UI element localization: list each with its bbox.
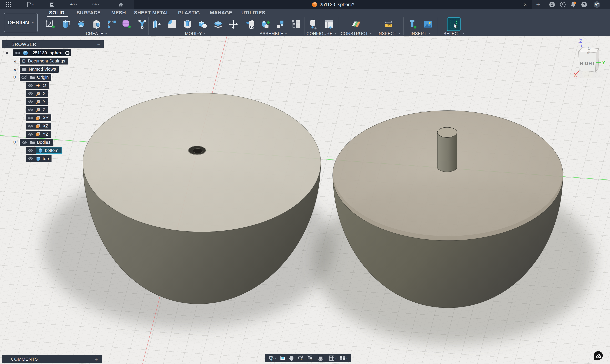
browser-item-bodies[interactable]: »Bodies xyxy=(0,139,53,146)
browser-item-label[interactable]: Bodies xyxy=(37,140,51,145)
undo-caret[interactable]: ▾ xyxy=(76,3,77,6)
visibility-eye-icon[interactable] xyxy=(27,84,34,87)
browser-item-label[interactable]: X xyxy=(43,91,46,96)
redo-button[interactable]: ↷▾ xyxy=(89,0,102,9)
dropdown-caret[interactable]: ▾ xyxy=(275,357,276,359)
browser-item-top[interactable]: top xyxy=(0,155,52,162)
visibility-eye-icon[interactable] xyxy=(27,149,34,152)
fillet-icon[interactable] xyxy=(166,18,179,30)
ribbon-group-label-configure[interactable]: CONFIGURE▾ xyxy=(306,31,336,36)
undo-button[interactable]: ↶▾ xyxy=(68,0,80,9)
display-settings-tool[interactable]: ▾ xyxy=(316,355,326,361)
ribbon-group-label-modify[interactable]: MODIFY▾ xyxy=(185,31,205,36)
notifications-bell-icon[interactable] xyxy=(569,0,577,9)
new-component-icon[interactable] xyxy=(259,18,272,30)
dropdown-caret[interactable]: ▾ xyxy=(335,357,337,359)
joint-icon[interactable] xyxy=(274,18,287,30)
insert-fastener-icon[interactable] xyxy=(407,18,419,30)
visibility-eye-icon[interactable] xyxy=(27,157,34,160)
shell-icon[interactable] xyxy=(181,18,194,30)
file-menu-button[interactable]: ▾ xyxy=(25,0,36,9)
selected-body-highlight[interactable]: bottom xyxy=(36,147,62,154)
browser-collapse-icon[interactable]: « xyxy=(2,42,12,47)
combine-icon[interactable] xyxy=(197,18,209,30)
browser-item-label[interactable]: Document Settings xyxy=(28,58,65,64)
comments-bar[interactable]: COMMENTS + xyxy=(2,355,102,363)
zoom-tool[interactable] xyxy=(297,355,305,361)
tab-surface[interactable]: SURFACE xyxy=(77,10,101,16)
extrude-icon[interactable] xyxy=(60,18,72,30)
new-tab-button[interactable]: + xyxy=(534,0,542,9)
home-tab-button[interactable] xyxy=(116,0,125,9)
select-window-icon[interactable] xyxy=(447,18,460,30)
tab-mesh[interactable]: MESH xyxy=(111,10,126,16)
help-icon[interactable]: ? xyxy=(580,0,588,9)
tree-chevron-icon[interactable]: » xyxy=(14,58,16,65)
viewport-3d[interactable]: RIGHT TOP Z Y X xyxy=(0,36,610,364)
orbit-tool[interactable]: ▾ xyxy=(267,355,277,361)
create-sketch-icon[interactable] xyxy=(44,18,57,30)
generative-icon[interactable] xyxy=(136,18,149,30)
root-component-label[interactable]: 251130_sphere xyxy=(33,50,62,55)
extensions-icon[interactable] xyxy=(548,0,556,9)
browser-item-label[interactable]: O xyxy=(43,83,46,88)
browser-item-label[interactable]: Named Views xyxy=(29,66,56,72)
ribbon-group-label-inspect[interactable]: INSPECT▾ xyxy=(378,31,400,36)
tree-chevron-icon[interactable]: » xyxy=(12,141,18,144)
close-tab-icon[interactable]: × xyxy=(522,0,529,9)
visibility-eye-icon[interactable] xyxy=(27,92,34,95)
browser-item-label[interactable]: XZ xyxy=(43,123,48,129)
measure-icon[interactable] xyxy=(382,18,395,30)
press-pull-icon[interactable] xyxy=(151,18,163,30)
browser-item-label[interactable]: Origin xyxy=(37,75,49,80)
browser-item-xy[interactable]: XY xyxy=(0,115,51,121)
form-icon[interactable] xyxy=(121,18,133,30)
add-comment-icon[interactable]: + xyxy=(94,356,98,363)
browser-item-xz[interactable]: XZ xyxy=(0,123,51,130)
view-cube[interactable]: RIGHT TOP Z Y X xyxy=(574,39,605,78)
visibility-eye-icon[interactable] xyxy=(27,100,34,104)
dropdown-caret[interactable]: ▾ xyxy=(324,357,325,359)
browser-item-z[interactable]: Z xyxy=(0,106,48,113)
move-icon[interactable] xyxy=(227,18,240,30)
save-button[interactable] xyxy=(48,0,56,9)
pan-tool[interactable] xyxy=(287,355,296,361)
browser-item-bottom[interactable]: bottom xyxy=(0,147,62,154)
ribbon-group-label-construct[interactable]: CONSTRUCT▾ xyxy=(341,31,372,36)
document-tab[interactable]: 251130_sphere* × xyxy=(134,0,532,9)
visibility-eye-icon[interactable] xyxy=(27,124,34,128)
visibility-eye-off-icon[interactable] xyxy=(21,76,27,79)
ribbon-group-label-insert[interactable]: INSERT▾ xyxy=(411,31,430,36)
visibility-eye-icon[interactable] xyxy=(14,51,21,55)
dropdown-caret[interactable]: ▾ xyxy=(346,357,347,359)
browser-item-label[interactable]: Y xyxy=(43,99,46,104)
revolve-icon[interactable] xyxy=(75,18,87,30)
ribbon-group-label-select[interactable]: SELECT▾ xyxy=(443,31,464,36)
ribbon-group-label-create[interactable]: CREATE▾ xyxy=(86,31,107,36)
configure-part-icon[interactable] xyxy=(307,18,320,30)
browser-minimize-icon[interactable]: – xyxy=(97,42,100,47)
browser-item-y[interactable]: Y xyxy=(0,98,48,105)
hole-icon[interactable] xyxy=(90,18,103,30)
browser-item-origin[interactable]: »Origin xyxy=(0,74,51,81)
visibility-eye-icon[interactable] xyxy=(27,108,34,112)
browser-item-x[interactable]: X xyxy=(0,90,48,97)
canvas-icon[interactable] xyxy=(422,18,434,30)
grid-settings-tool[interactable]: ▾ xyxy=(327,355,338,361)
split-icon[interactable] xyxy=(212,18,224,30)
tree-chevron-icon[interactable]: » xyxy=(14,66,16,73)
browser-item-label[interactable]: top xyxy=(43,156,49,161)
browser-item-label[interactable]: XY xyxy=(43,115,49,120)
tree-chevron-icon[interactable]: » xyxy=(4,52,11,54)
browser-item-document-settings[interactable]: »⚙Document Settings xyxy=(0,58,68,65)
browser-item-label[interactable]: Z xyxy=(43,107,45,112)
bom-icon[interactable] xyxy=(290,18,302,30)
tab-utilities[interactable]: UTILITIES xyxy=(241,10,265,16)
browser-item-yz[interactable]: YZ xyxy=(0,131,51,138)
zoom-window-tool[interactable]: ▾ xyxy=(306,355,316,361)
configure-table-icon[interactable] xyxy=(323,18,335,30)
activate-component-radio[interactable] xyxy=(65,51,69,55)
browser-item-label[interactable]: YZ xyxy=(43,131,48,137)
pattern-icon[interactable] xyxy=(105,18,118,30)
tab-solid[interactable]: SOLID xyxy=(49,10,64,16)
